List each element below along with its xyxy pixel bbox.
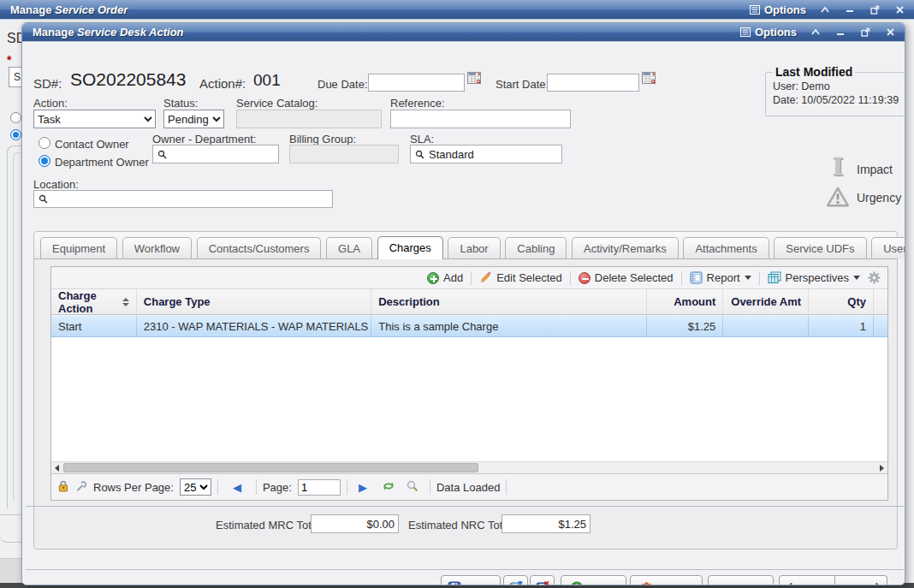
status-label: Status: xyxy=(163,97,198,110)
dialog-titlebar: Manage Service Desk Action Options xyxy=(22,23,905,42)
dialog-options-button[interactable]: Options xyxy=(740,26,797,39)
tab-charges[interactable]: Charges xyxy=(377,236,443,259)
rows-per-page-label: Rows Per Page: xyxy=(93,481,174,494)
tab-activity-remarks[interactable]: Activity/Remarks xyxy=(572,237,679,258)
background-footer-strip xyxy=(0,558,21,583)
edit-selected-button[interactable]: Edit Selected xyxy=(479,271,562,284)
impact-icon[interactable]: I xyxy=(833,157,844,179)
required-marker: * xyxy=(7,53,11,67)
horizontal-scrollbar[interactable] xyxy=(51,461,887,473)
trash-icon xyxy=(640,581,653,585)
last-modified-date: Date: 10/05/2022 11:19:39 xyxy=(773,93,900,107)
close-icon[interactable] xyxy=(884,27,896,38)
prev-button[interactable]: Prev xyxy=(779,575,835,585)
sd-number-value: SO202205843 xyxy=(70,69,186,90)
gear-icon xyxy=(868,271,881,284)
tab-equipment[interactable]: Equipment xyxy=(40,237,117,258)
action-select[interactable]: Task xyxy=(33,110,156,128)
scroll-left-icon[interactable] xyxy=(55,465,59,472)
contact-owner-label[interactable]: Contact Owner xyxy=(55,138,129,151)
due-date-input[interactable] xyxy=(368,74,465,92)
column-header-qty[interactable]: Qty xyxy=(809,289,874,314)
wrench-icon[interactable] xyxy=(75,480,87,495)
next-page-icon[interactable]: ▶ xyxy=(359,482,367,493)
page-input[interactable] xyxy=(298,479,341,496)
estimated-mrc-input xyxy=(311,514,399,533)
background-line xyxy=(0,514,21,515)
department-owner-label[interactable]: Department Owner xyxy=(55,156,149,169)
delete-button[interactable]: Delete xyxy=(630,575,703,585)
location-input[interactable] xyxy=(33,190,333,208)
tab-labor[interactable]: Labor xyxy=(448,237,500,258)
column-header-charge-action[interactable]: Charge Action xyxy=(51,289,137,314)
table-row-selected[interactable]: Start 2310 - WAP MATERIALS - WAP MATERIA… xyxy=(51,315,887,337)
background-radio-checked xyxy=(10,129,21,140)
owner-department-input[interactable] xyxy=(152,145,279,163)
tab-gla[interactable]: GLA xyxy=(326,237,372,258)
delete-selected-button[interactable]: Delete Selected xyxy=(579,271,674,284)
reference-input[interactable] xyxy=(390,110,571,128)
sort-icon[interactable] xyxy=(122,298,129,306)
sla-value: Standard xyxy=(429,148,474,161)
column-header-override-amt[interactable]: Override Amt xyxy=(723,289,809,314)
column-header-description[interactable]: Description xyxy=(371,289,646,314)
tab-attachments[interactable]: Attachments xyxy=(683,237,769,258)
add-button[interactable]: Add xyxy=(427,271,463,284)
minimize-icon[interactable] xyxy=(844,4,856,15)
tab-contacts-customers[interactable]: Contacts/Customers xyxy=(197,237,322,258)
minimize-icon[interactable] xyxy=(834,27,846,38)
status-select[interactable]: Pending xyxy=(163,110,224,128)
department-owner-radio[interactable] xyxy=(39,155,50,167)
column-header-charge-type[interactable]: Charge Type xyxy=(137,289,371,314)
estimated-nrc-label: Estimated NRC Total: xyxy=(408,519,514,532)
copy-icon xyxy=(570,581,584,585)
estimated-mrc-label: Estimated MRC Total: xyxy=(216,519,323,532)
close-icon[interactable] xyxy=(893,4,905,15)
save-close-button[interactable] xyxy=(530,575,555,585)
start-date-calendar-icon[interactable] xyxy=(642,71,656,87)
outer-options-button[interactable]: Options xyxy=(750,3,806,16)
options-menu-icon xyxy=(750,5,760,15)
column-header-amount[interactable]: Amount xyxy=(647,289,724,314)
popout-icon[interactable] xyxy=(859,27,871,38)
rows-per-page-select[interactable]: 25 xyxy=(180,478,211,496)
popout-icon[interactable] xyxy=(869,4,881,15)
perspectives-button[interactable]: Perspectives xyxy=(768,271,860,284)
clear-button[interactable]: Clear xyxy=(708,575,774,585)
action-label: Action: xyxy=(33,97,68,110)
search-icon xyxy=(157,150,167,159)
next-button[interactable]: Next xyxy=(835,575,887,585)
contact-owner-radio[interactable] xyxy=(39,137,50,149)
report-button[interactable]: Report xyxy=(690,271,751,284)
tabstrip: Equipment Workflow Contacts/Customers GL… xyxy=(34,232,897,259)
save-new-button[interactable] xyxy=(503,575,528,585)
search-icon xyxy=(415,150,424,159)
footer-separator xyxy=(26,569,904,570)
background-panel-corner xyxy=(0,524,21,543)
save-icon xyxy=(448,581,461,585)
start-date-label: Start Date: xyxy=(496,78,549,91)
collapse-icon[interactable] xyxy=(819,4,831,15)
due-date-calendar-icon[interactable] xyxy=(467,71,482,87)
scrollbar-thumb[interactable] xyxy=(63,463,478,472)
tab-user-defined-fields[interactable]: User Defined Fields xyxy=(871,237,905,258)
collapse-icon[interactable] xyxy=(810,27,822,38)
search-icon[interactable] xyxy=(407,480,418,495)
cell-override-amt xyxy=(723,316,809,336)
sla-input[interactable]: Standard xyxy=(410,145,562,163)
cell-charge-type: 2310 - WAP MATERIALS - WAP MATERIALS xyxy=(137,316,371,336)
refresh-icon[interactable] xyxy=(382,480,395,495)
start-date-input[interactable] xyxy=(547,74,639,92)
tab-cabling[interactable]: Cabling xyxy=(505,237,567,258)
copy-button[interactable]: Copy xyxy=(561,575,626,585)
chevron-down-icon xyxy=(745,276,751,280)
save-button[interactable]: Save xyxy=(441,575,501,585)
tab-service-udfs[interactable]: Service UDFs xyxy=(774,237,866,258)
scroll-right-icon[interactable] xyxy=(880,465,884,472)
urgency-icon[interactable] xyxy=(826,186,850,211)
grid-settings-button[interactable] xyxy=(868,271,881,284)
tab-workflow[interactable]: Workflow xyxy=(122,237,192,258)
prev-page-icon[interactable]: ◀ xyxy=(233,482,241,493)
sla-label: SLA: xyxy=(410,133,434,146)
lock-icon[interactable] xyxy=(57,480,69,495)
